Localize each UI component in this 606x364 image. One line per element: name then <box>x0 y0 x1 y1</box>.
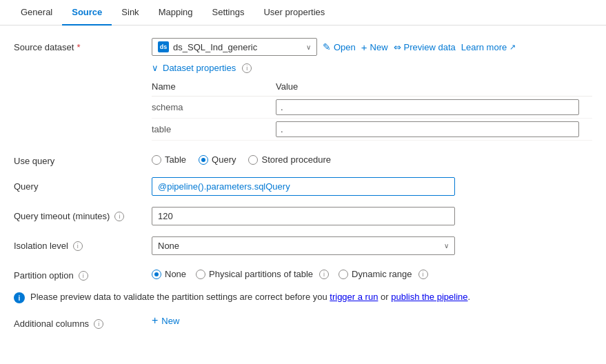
publish-link[interactable]: publish the pipeline <box>391 292 467 302</box>
query-input[interactable] <box>152 177 455 196</box>
table-row: schema <box>152 97 592 119</box>
info-message-icon: i <box>14 292 25 303</box>
dataset-select-text: ds_SQL_Ind_generic <box>173 42 302 52</box>
tab-mapping[interactable]: Mapping <box>149 0 203 26</box>
table-row: table <box>152 119 592 141</box>
add-new-plus-icon: + <box>152 314 158 327</box>
row-table-value <box>276 119 592 141</box>
table-input[interactable] <box>276 121 579 137</box>
dynamic-range-info-icon: i <box>418 270 428 279</box>
learn-more-link[interactable]: Learn more ↗ <box>461 42 516 52</box>
dataset-properties-section: ∨ Dataset properties i Name Value schema <box>152 63 592 141</box>
query-timeout-control <box>152 207 592 225</box>
plus-icon: + <box>361 41 367 53</box>
tab-settings[interactable]: Settings <box>203 0 254 26</box>
additional-columns-label: Additional columns i <box>14 314 152 329</box>
radio-circle-dynamic <box>339 270 348 279</box>
partition-radio-physical[interactable]: Physical partitions of table i <box>196 269 329 279</box>
tab-user-properties[interactable]: User properties <box>254 0 334 26</box>
row-schema-value <box>276 97 592 119</box>
new-link[interactable]: + New <box>361 41 388 53</box>
additional-columns-info-icon: i <box>94 319 103 329</box>
isolation-chevron-icon: ∨ <box>444 242 449 250</box>
partition-radio-group: None Physical partitions of table i Dyna… <box>152 266 592 279</box>
partition-option-label: Partition option i <box>14 266 152 281</box>
tab-general[interactable]: General <box>11 0 62 26</box>
use-query-control: Table Query Stored procedure <box>152 152 592 165</box>
query-label: Query <box>14 177 152 192</box>
query-timeout-input[interactable] <box>152 207 455 225</box>
chevron-down-icon: ∨ <box>306 43 311 51</box>
main-content: Source dataset * ds ds_SQL_Ind_generic ∨… <box>0 26 606 352</box>
tab-source[interactable]: Source <box>62 0 112 26</box>
physical-partitions-info-icon: i <box>319 270 329 279</box>
isolation-level-control: None ∨ <box>152 236 592 255</box>
partition-option-info-icon: i <box>79 271 88 281</box>
partition-radio-dynamic[interactable]: Dynamic range i <box>339 269 427 279</box>
isolation-level-label: Isolation level i <box>14 236 152 251</box>
isolation-level-info-icon: i <box>73 241 83 251</box>
dataset-icon: ds <box>158 41 169 52</box>
info-message-text: Please preview data to validate the part… <box>30 292 470 302</box>
partition-radio-none[interactable]: None <box>152 269 186 279</box>
isolation-level-row: Isolation level i None ∨ <box>14 236 592 255</box>
isolation-level-select[interactable]: None ∨ <box>152 236 455 255</box>
radio-circle-query <box>199 155 208 165</box>
add-new-button[interactable]: + New <box>152 314 179 327</box>
dataset-actions-row: ds ds_SQL_Ind_generic ∨ ✎ Open + New ⇔ P… <box>152 38 592 56</box>
radio-circle-stored-procedure <box>248 155 258 165</box>
dataset-selector[interactable]: ds ds_SQL_Ind_generic ∨ <box>152 38 317 56</box>
radio-circle-none <box>152 270 161 279</box>
dataset-properties-table: Name Value schema table <box>152 79 592 141</box>
additional-columns-row: Additional columns i + New <box>14 314 592 329</box>
partition-option-row: Partition option i None Physical partiti… <box>14 266 592 281</box>
use-query-radio-group: Table Query Stored procedure <box>152 152 592 165</box>
query-timeout-row: Query timeout (minutes) i <box>14 207 592 225</box>
radio-table[interactable]: Table <box>152 154 186 165</box>
tab-bar: General Source Sink Mapping Settings Use… <box>0 0 606 26</box>
row-table-name: table <box>152 119 276 141</box>
trigger-run-link[interactable]: trigger a run <box>330 292 378 302</box>
source-dataset-label: Source dataset * <box>14 38 152 52</box>
external-link-icon: ↗ <box>509 43 516 52</box>
source-dataset-row: Source dataset * ds ds_SQL_Ind_generic ∨… <box>14 38 592 141</box>
preview-icon: ⇔ <box>394 42 401 52</box>
dataset-properties-info-icon: i <box>242 63 252 73</box>
collapse-chevron-icon: ∨ <box>152 63 159 73</box>
col-value-header: Value <box>276 79 592 97</box>
use-query-label: Use query <box>14 152 152 166</box>
schema-input[interactable] <box>276 99 579 115</box>
tab-sink[interactable]: Sink <box>112 0 148 26</box>
preview-data-link[interactable]: ⇔ Preview data <box>394 42 456 52</box>
edit-icon: ✎ <box>323 41 331 52</box>
dataset-properties-toggle[interactable]: ∨ Dataset properties i <box>152 63 592 73</box>
required-indicator: * <box>77 42 80 52</box>
radio-stored-procedure[interactable]: Stored procedure <box>248 154 330 165</box>
source-dataset-control: ds ds_SQL_Ind_generic ∨ ✎ Open + New ⇔ P… <box>152 38 592 141</box>
use-query-row: Use query Table Query Stored procedure <box>14 152 592 166</box>
open-link[interactable]: ✎ Open <box>323 41 356 52</box>
col-name-header: Name <box>152 79 276 97</box>
query-control <box>152 177 592 196</box>
additional-columns-control: + New <box>152 314 592 327</box>
query-row: Query <box>14 177 592 196</box>
query-timeout-info-icon: i <box>114 212 124 221</box>
query-timeout-label: Query timeout (minutes) i <box>14 207 152 221</box>
radio-circle-physical <box>196 270 205 279</box>
radio-circle-table <box>152 155 161 165</box>
radio-query[interactable]: Query <box>199 154 236 165</box>
info-message: i Please preview data to validate the pa… <box>14 292 592 303</box>
partition-option-control: None Physical partitions of table i Dyna… <box>152 266 592 279</box>
row-schema-name: schema <box>152 97 276 119</box>
